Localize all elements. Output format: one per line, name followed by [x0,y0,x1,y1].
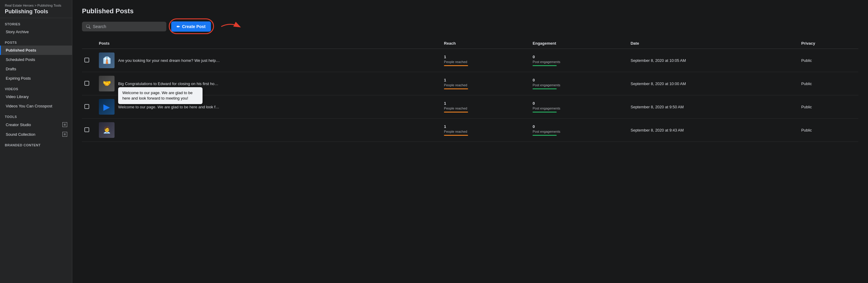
sidebar-item-scheduled-posts[interactable]: Scheduled Posts [0,55,72,64]
section-label-branded-content: Branded Content [0,139,72,148]
engagement-cell: 0 Post engagements [528,49,626,72]
row-checkbox-cell [82,119,94,142]
table-header: Posts Reach Engagement Date Privacy [82,38,858,49]
sidebar: Real Estate Heroes > Publishing Tools Pu… [0,0,72,283]
sidebar-item-label: Video Library [6,94,29,99]
sidebar-item-story-archive[interactable]: Story Archive [0,27,72,36]
post-text: Are you looking for your next dream home… [118,58,221,63]
post-thumbnail: 🧑‍💼 [99,122,115,138]
post-content: 👔 Are you looking for your next dream ho… [99,53,434,68]
col-privacy: Privacy [796,38,858,49]
page-title: Published Posts [82,7,858,15]
reach-cell: 1 People reached [439,49,528,72]
row-checkbox-cell [82,72,94,95]
post-cell: 👔 Are you looking for your next dream ho… [94,49,439,72]
row-checkbox[interactable] [84,127,89,132]
thumbnail-image: 🧑‍💼 [103,126,111,134]
engagement-label: Post engagements [532,60,621,64]
sidebar-header: Real Estate Heroes > Publishing Tools Pu… [0,0,72,18]
reach-bar [444,135,468,136]
sidebar-item-published-posts[interactable]: Published Posts [0,46,72,55]
row-checkbox-cell [82,49,94,72]
row-checkbox[interactable] [84,81,89,86]
sidebar-item-label: Sound Collection [6,132,35,137]
post-thumbnail: 🤝 [99,76,115,91]
reach-bar [444,88,468,89]
thumbnail-image: 🤝 [103,80,111,87]
sidebar-item-videos-crosspost[interactable]: Videos You Can Crosspost [0,102,72,111]
sidebar-item-creator-studio[interactable]: Creator Studio ⊞ [0,120,72,130]
main-content: Published Posts ✏ Create Post [72,0,868,283]
post-text: Welcome to our page. We are glad to be h… [118,105,221,109]
col-date: Date [626,38,796,49]
posts-table: Posts Reach Engagement Date Privacy 👔 [82,38,858,142]
sidebar-item-label: Story Archive [6,30,29,34]
col-engagement: Engagement [528,38,626,49]
section-label-stories: Stories [0,18,72,27]
play-icon: ▶ [103,102,110,112]
reach-label: People reached [444,107,523,110]
post-content: 🤝 Big Congratulations to Edward for clos… [99,76,434,91]
date-cell: September 8, 2020 at 10:05 AM [626,49,796,72]
sidebar-item-label: Published Posts [6,48,36,53]
engagement-metric: 0 Post engagements [532,101,621,113]
reach-cell: 1 People reached [439,119,528,142]
privacy-text: Public [801,58,812,63]
sidebar-item-label: Videos You Can Crosspost [6,104,52,108]
engagement-label: Post engagements [532,107,621,110]
row-checkbox-cell [82,95,94,119]
sidebar-item-video-library[interactable]: Video Library [0,92,72,102]
engagement-number: 0 [532,124,621,129]
breadcrumb-page-link[interactable]: Real Estate Heroes [5,4,33,7]
privacy-cell: Public [796,95,858,119]
engagement-cell: 0 Post engagements [528,72,626,95]
col-reach: Reach [439,38,528,49]
row-checkbox[interactable] [84,104,89,109]
create-post-button[interactable]: ✏ Create Post [171,22,211,32]
table-row: 👔 Are you looking for your next dream ho… [82,49,858,72]
date-text: September 8, 2020 at 10:05 AM [630,58,686,63]
sidebar-item-expiring-posts[interactable]: Expiring Posts [0,74,72,83]
breadcrumb-current: Publishing Tools [37,4,61,7]
post-cell: 🧑‍💼 [94,119,439,142]
arrow-annotation [218,21,242,33]
reach-cell: 1 People reached [439,72,528,95]
search-input[interactable] [93,24,162,29]
reach-bar [444,65,468,66]
engagement-number: 0 [532,55,621,59]
reach-metric: 1 People reached [444,55,523,66]
date-text: September 8, 2020 at 10:00 AM [630,82,686,86]
reach-metric: 1 People reached [444,101,523,113]
privacy-text: Public [801,105,812,109]
thumbnail-image: 👔 [103,56,111,64]
date-cell: September 8, 2020 at 9:43 AM [626,119,796,142]
engagement-label: Post engagements [532,83,621,87]
row-checkbox[interactable] [84,58,89,62]
engagement-metric: 0 Post engagements [532,124,621,136]
reach-label: People reached [444,83,523,87]
engagement-bar [532,112,557,113]
date-cell: September 8, 2020 at 9:50 AM [626,95,796,119]
sidebar-item-drafts[interactable]: Drafts [0,64,72,74]
sidebar-item-label: Creator Studio [6,122,31,127]
engagement-bar [532,88,557,89]
engagement-cell: 0 Post engagements [528,95,626,119]
privacy-cell: Public [796,119,858,142]
date-text: September 8, 2020 at 9:43 AM [630,128,684,133]
reach-number: 1 [444,55,523,59]
search-box[interactable] [82,22,166,31]
table-row: 🧑‍💼 1 People reached 0 Post eng [82,119,858,142]
toolbar: ✏ Create Post [82,21,858,33]
sidebar-item-label: Drafts [6,67,16,71]
reach-number: 1 [444,78,523,82]
engagement-metric: 0 Post engagements [532,55,621,66]
reach-metric: 1 People reached [444,78,523,89]
post-content: 🧑‍💼 [99,122,434,138]
engagement-number: 0 [532,78,621,82]
date-text: September 8, 2020 at 9:50 AM [630,105,684,109]
reach-label: People reached [444,130,523,133]
post-thumbnail: 👔 [99,53,115,68]
sidebar-title: Publishing Tools [5,8,67,15]
sidebar-item-sound-collection[interactable]: Sound Collection ⊞ [0,130,72,139]
search-icon [86,24,90,29]
